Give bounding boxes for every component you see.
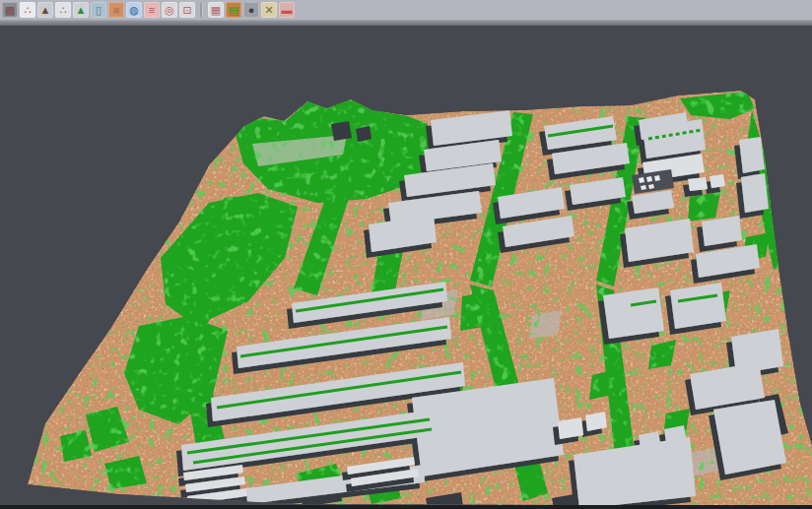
- ruler-icon-glyph: ▯: [96, 2, 102, 18]
- select-region-icon-glyph: ⊡: [182, 2, 191, 18]
- layers-icon-glyph: ≡: [149, 2, 155, 18]
- ruler-icon[interactable]: ▯: [91, 2, 106, 18]
- tie-points-icon-glyph: ∴: [25, 2, 32, 18]
- terrain-icon-glyph: ▲: [76, 2, 87, 18]
- bottom-border: [0, 505, 812, 509]
- sparse-cloud-icon[interactable]: ∴: [55, 2, 71, 18]
- tie-points-icon[interactable]: ∴: [20, 2, 35, 18]
- toolbar: ▩∴▲∴▲▯■◍≡◎⊡▦▤●✕▬: [0, 0, 812, 21]
- toolbar-separator: [200, 3, 203, 17]
- mosaic-icon-glyph: ▩: [5, 2, 15, 18]
- markers-icon[interactable]: ✕: [261, 2, 277, 18]
- 3d-viewport[interactable]: [0, 26, 812, 509]
- markers-icon-glyph: ✕: [264, 2, 273, 18]
- globe-icon-glyph: ◍: [129, 2, 139, 18]
- flag-icon-glyph: ▬: [282, 2, 293, 18]
- gear-icon-glyph: ◎: [165, 2, 174, 18]
- sparse-cloud-icon-glyph: ∴: [60, 2, 67, 18]
- globe-icon[interactable]: ◍: [126, 2, 142, 18]
- camera-icon[interactable]: ●: [243, 2, 259, 18]
- terrain-icon[interactable]: ▲: [73, 2, 89, 18]
- dem-icon[interactable]: ▲: [37, 2, 53, 18]
- flag-icon[interactable]: ▬: [279, 2, 295, 18]
- layers-icon[interactable]: ≡: [144, 2, 160, 18]
- classification-icon[interactable]: ▤: [226, 2, 241, 18]
- dem-icon-glyph: ▲: [40, 2, 51, 18]
- camera-icon-glyph: ●: [248, 2, 255, 18]
- scene-canvas[interactable]: [0, 26, 812, 509]
- select-region-icon[interactable]: ⊡: [179, 2, 195, 18]
- gear-icon[interactable]: ◎: [162, 2, 177, 18]
- classification-icon-glyph: ▤: [229, 2, 238, 18]
- checker-icon-glyph: ▦: [211, 2, 221, 18]
- checker-icon[interactable]: ▦: [208, 2, 224, 18]
- orthophoto-icon[interactable]: ■: [108, 2, 124, 18]
- orthophoto-icon-glyph: ■: [113, 2, 120, 18]
- mosaic-icon[interactable]: ▩: [2, 2, 18, 18]
